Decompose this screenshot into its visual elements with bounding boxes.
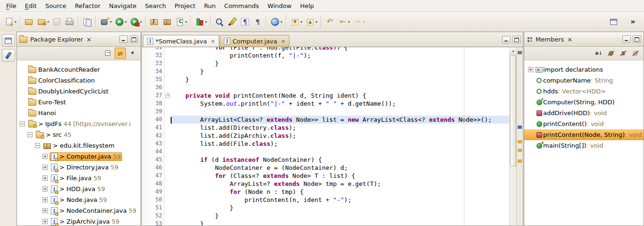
annotation-ruler-cell[interactable] [142, 196, 148, 204]
annotation-ruler-cell[interactable] [142, 67, 148, 75]
menu-item-search[interactable]: Search [140, 1, 170, 10]
maximize-button[interactable] [512, 36, 521, 43]
code-line-44[interactable]: 44 [142, 148, 523, 156]
tree-item-euro-test[interactable]: Euro-Test [17, 97, 140, 108]
menu-item-window[interactable]: Window [263, 1, 296, 10]
code-line-33[interactable]: 33 } [142, 59, 523, 67]
open-resource-button[interactable] [23, 16, 35, 28]
annotation-ruler-cell[interactable] [142, 92, 148, 100]
tree-item-edu-kit-filesystem[interactable]: −> edu.kit.filesystem [17, 140, 140, 151]
collapse-all-button[interactable]: − [102, 48, 114, 59]
annotation-mark[interactable] [518, 51, 522, 54]
menu-item-navigate[interactable]: Navigate [105, 1, 140, 10]
editor-tab-computer-java[interactable]: JComputer.java× [220, 35, 289, 47]
line-number[interactable]: 31 [148, 47, 165, 51]
forward-button[interactable]: →▾ [351, 16, 366, 28]
annotation-ruler-cell[interactable] [142, 164, 148, 172]
annotation-ruler-cell[interactable] [142, 132, 148, 140]
maximize-button[interactable] [633, 35, 641, 43]
menu-item-run[interactable]: Run [200, 1, 220, 10]
new-wizard-button[interactable]: +▾ [3, 16, 18, 28]
code-line-37[interactable]: 37− private void printContent(Node d, St… [142, 92, 523, 100]
new-package-button[interactable] [161, 16, 173, 28]
annotation-ruler-cell[interactable] [142, 156, 148, 164]
maximize-button[interactable] [130, 35, 138, 43]
hide-non-public-button[interactable] [630, 48, 641, 59]
code-line-36[interactable]: 36 [142, 84, 523, 92]
show-paragraphs-button[interactable]: ¶ [251, 16, 264, 28]
code-line-43[interactable]: 43 list.add(File.class); [142, 140, 523, 148]
expander-minus-icon[interactable]: − [35, 143, 40, 148]
line-number[interactable]: 52 [148, 212, 165, 220]
tree-item-bankaccountreader[interactable]: BankAccountReader [17, 64, 140, 75]
member-hdds[interactable]: hdds : Vector<HDD> [524, 86, 644, 97]
code-line-52[interactable]: 52 } [142, 212, 523, 220]
annotation-ruler-cell[interactable] [142, 100, 148, 108]
annotation-ruler-cell[interactable] [142, 75, 148, 84]
tree-item-node-java[interactable]: +J> Node.java59 [17, 194, 140, 205]
minimize-button[interactable] [502, 36, 511, 43]
menu-item-project[interactable]: Project [170, 1, 199, 10]
expander-plus-icon[interactable]: + [42, 208, 48, 213]
expander-minus-icon[interactable]: − [27, 132, 33, 137]
annotation-mark[interactable] [518, 140, 522, 143]
tree-item-colorclassification[interactable]: ColorClassification [17, 75, 140, 86]
tree-item-ipdfs[interactable]: −> IpdFs44[https://svnserver.i [17, 118, 140, 129]
code-line-35[interactable]: 35 } [142, 75, 523, 84]
sort-button[interactable]: a↓ [593, 48, 604, 59]
member-computer-string-hdd[interactable]: cComputer(String, HDD) [524, 97, 644, 108]
annotation-ruler-cell[interactable] [142, 180, 148, 188]
code-line-42[interactable]: 42 list.add(ZipArchiv.class); [142, 132, 523, 140]
tree-item-hdd-java[interactable]: +J> HDD.java59 [17, 184, 140, 194]
expander-plus-icon[interactable]: + [42, 219, 48, 224]
line-number[interactable]: 42 [148, 132, 165, 140]
expander-plus-icon[interactable]: + [42, 186, 48, 192]
member-printcontent[interactable]: printContent() : void [524, 118, 644, 129]
close-view-icon[interactable]: × [567, 36, 572, 43]
annotation-ruler-cell[interactable] [142, 220, 148, 226]
line-number[interactable]: 36 [148, 84, 165, 92]
editor-body[interactable]: 31 for (File f : hdd.get(File.class)) {3… [142, 47, 523, 226]
debug-button[interactable]: *▾ [98, 16, 113, 28]
annotation-mark[interactable] [518, 126, 522, 129]
member-printcontent-node-string[interactable]: printContent(Node, String) : void [524, 129, 644, 140]
code-line-48[interactable]: 48 ArrayList<? extends Node> tmp = e.get… [142, 180, 523, 188]
line-number[interactable]: 45 [148, 156, 165, 164]
tree-item-src[interactable]: −> src45 [17, 129, 140, 140]
search-button[interactable] [213, 16, 226, 28]
line-number[interactable]: 44 [148, 148, 165, 156]
new-class-button[interactable]: C▾ [173, 16, 189, 28]
line-number[interactable]: 47 [148, 172, 165, 180]
fast-view-pencil-button[interactable] [2, 49, 15, 62]
annotation-mark[interactable] [518, 159, 522, 163]
minimize-button[interactable] [119, 35, 128, 43]
code-line-49[interactable]: 49 for (Node n : tmp) { [142, 188, 523, 196]
line-number[interactable]: 38 [148, 100, 165, 108]
external-tools-button[interactable]: ▶▾ [128, 16, 143, 28]
scroll-up-button[interactable]: ▲ [510, 47, 517, 55]
expander-plus-icon[interactable]: + [528, 67, 533, 72]
new-java-project-button[interactable]: J [148, 16, 161, 28]
run-button[interactable]: ▶▾ [113, 16, 128, 28]
code-line-50[interactable]: 50 printContent(n, ident + "-"); [142, 196, 523, 204]
tree-item-doublylinkedcycliclist[interactable]: DoublyLinkedCyclicList [17, 86, 140, 97]
overview-ruler[interactable] [516, 47, 523, 226]
minimize-button[interactable] [622, 35, 631, 43]
menu-item-refactor[interactable]: Refactor [71, 1, 105, 10]
prev-annotation-button[interactable]: ▲▾ [304, 16, 319, 28]
line-number[interactable]: 49 [148, 188, 165, 196]
member-adddrive-hdd[interactable]: addDrive(HDD) : void [524, 108, 644, 118]
tree-item-computer-java[interactable]: +J> Computer.java59 [17, 151, 140, 162]
code-line-31[interactable]: 31 for (File f : hdd.get(File.class)) { [142, 47, 523, 51]
member-main-string[interactable]: smain(String[]) : void [524, 140, 644, 151]
annotation-ruler-cell[interactable] [142, 108, 148, 116]
mark-occurrences-button[interactable] [226, 16, 239, 28]
show-whitespace-button[interactable]: ¶ [239, 16, 251, 28]
code-line-32[interactable]: 32 printContent(f, "|-"); [142, 51, 523, 59]
toolbar-overflow-button[interactable]: » [627, 16, 639, 28]
line-number[interactable]: 53 [148, 220, 165, 226]
fold-collapse-icon[interactable]: − [165, 93, 170, 98]
hide-fields-button[interactable] [605, 48, 617, 59]
tree-item-nodecontainer-java[interactable]: +J> NodeContainer.java59 [17, 205, 140, 216]
line-number[interactable]: 51 [148, 204, 165, 212]
